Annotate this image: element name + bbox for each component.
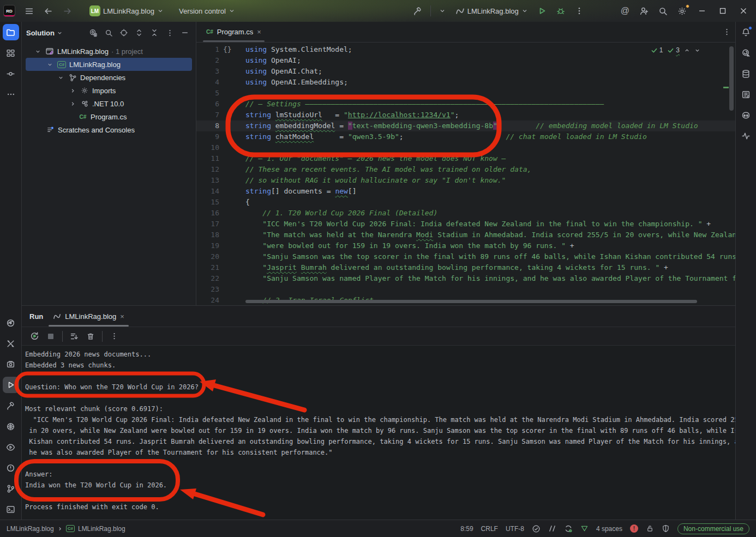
line-number[interactable]: 11: [196, 153, 219, 164]
code-line[interactable]: 5: [196, 88, 735, 99]
chevron-down-icon[interactable]: [57, 30, 63, 36]
line-number[interactable]: 17: [196, 219, 219, 230]
rerun-button[interactable]: [27, 329, 41, 343]
line-number[interactable]: 7: [196, 110, 219, 120]
line-number[interactable]: 1: [196, 44, 219, 55]
code-line[interactable]: 6// — Settings —————————————————————————…: [196, 99, 735, 110]
code-line[interactable]: 7string lmStudioUrl = "http://localhost:…: [196, 110, 735, 120]
close-tab-icon[interactable]: ×: [257, 28, 261, 36]
monitoring-stripe-button[interactable]: [738, 128, 754, 144]
chevron-right-icon[interactable]: [68, 88, 77, 94]
profiler-stripe-button[interactable]: [3, 439, 19, 455]
collapse-all-button[interactable]: [148, 26, 161, 39]
project-widget[interactable]: LM LMLinkRag.blog: [86, 3, 167, 19]
solution-view-selector[interactable]: Solution: [26, 29, 55, 37]
license-badge[interactable]: Non-commercial use: [677, 523, 749, 534]
code-line[interactable]: 20 "Sanju Samson was the top scorer in t…: [196, 251, 735, 262]
code-line[interactable]: 11// — 1. Our "documents" — 2026 news th…: [196, 153, 735, 164]
settings-button[interactable]: [674, 3, 691, 19]
code-line[interactable]: 17 "ICC Men's T20 World Cup 2026 Final: …: [196, 219, 735, 230]
solution-explorer-stripe-button[interactable]: [3, 24, 19, 40]
minimize-button[interactable]: [693, 2, 711, 20]
code-line[interactable]: 13// so without RAG it would hallucinate…: [196, 175, 735, 186]
copilot-stripe-button[interactable]: [738, 107, 754, 123]
code-line[interactable]: 4using OpenAI.Embeddings;: [196, 77, 735, 88]
search-button[interactable]: [102, 26, 115, 39]
line-separator[interactable]: CRLF: [481, 525, 498, 533]
expand-all-button[interactable]: [133, 26, 146, 39]
stop-button[interactable]: [44, 329, 58, 343]
tree-item-dependencies[interactable]: Dependencies: [26, 71, 192, 84]
main-menu-button[interactable]: [21, 3, 38, 19]
debug-stripe-button[interactable]: [3, 418, 19, 435]
forward-button[interactable]: [59, 3, 76, 19]
code-line[interactable]: 21 "Jasprit Bumrah delivered an outstand…: [196, 262, 735, 273]
search-everywhere-button[interactable]: [655, 3, 671, 19]
run-tab-lmlinkrag[interactable]: LMLinkRag.blog ×: [49, 306, 129, 327]
code-line[interactable]: 12// These are recent events. The AI mod…: [196, 164, 735, 175]
tools-stripe-button[interactable]: [3, 335, 19, 352]
ai-assistant-stripe-button[interactable]: [738, 45, 754, 61]
console-options-button[interactable]: [107, 329, 121, 343]
code-line[interactable]: 23: [196, 284, 735, 295]
run-button[interactable]: [534, 3, 550, 19]
chevron-right-icon[interactable]: [68, 101, 77, 107]
line-number[interactable]: 14: [196, 186, 219, 197]
dotnet-wave-icon[interactable]: [548, 524, 556, 533]
tree-item-dotnet[interactable]: .NET 10.0: [26, 97, 192, 110]
code-line[interactable]: 18 "The match was held at the Narendra M…: [196, 230, 735, 240]
line-number[interactable]: 2: [196, 55, 219, 66]
line-number[interactable]: 13: [196, 175, 219, 186]
breadcrumb-project[interactable]: LMLinkRag.blog: [78, 525, 125, 533]
build-stripe-button[interactable]: [3, 397, 19, 414]
code-editor[interactable]: 1 3 1{}using System.ClientModel;2using O…: [196, 43, 735, 305]
next-problem-icon[interactable]: [694, 47, 700, 53]
line-number[interactable]: 24: [196, 295, 219, 305]
line-number[interactable]: 15: [196, 197, 219, 208]
line-number[interactable]: 21: [196, 262, 219, 273]
line-number[interactable]: 8: [196, 120, 219, 131]
hide-panel-button[interactable]: [178, 26, 191, 39]
line-number[interactable]: 16: [196, 208, 219, 219]
close-button[interactable]: [734, 2, 753, 20]
code-line[interactable]: 16 // 1. T20 World Cup 2026 Final (Detai…: [196, 208, 735, 219]
terminal-stripe-button[interactable]: [3, 501, 19, 517]
chevron-down-icon[interactable]: [56, 75, 65, 81]
version-control-widget[interactable]: Version control: [175, 3, 239, 19]
line-number[interactable]: 9: [196, 131, 219, 142]
lock-icon[interactable]: [646, 524, 654, 533]
indent-setting[interactable]: 4 spaces: [596, 525, 622, 533]
line-number[interactable]: 19: [196, 240, 219, 251]
line-number[interactable]: 23: [196, 284, 219, 295]
code-with-me-button[interactable]: [635, 3, 652, 19]
more-tool-windows-button[interactable]: [3, 86, 19, 102]
problems-stripe-button[interactable]: [3, 460, 19, 476]
debug-button[interactable]: [553, 3, 569, 19]
sync-status-icon[interactable]: [564, 524, 573, 533]
panel-options-button[interactable]: [163, 26, 176, 39]
services-stripe-button[interactable]: [3, 356, 19, 372]
prev-problem-icon[interactable]: [684, 47, 690, 53]
tree-item-imports[interactable]: Imports: [26, 84, 192, 97]
editor-horizontal-scrollbar[interactable]: [245, 300, 697, 303]
editor-vertical-scrollbar[interactable]: [729, 46, 734, 111]
tree-item-solution[interactable]: LMLinkRag.blog · 1 project: [26, 45, 192, 58]
scroll-to-end-button[interactable]: [67, 329, 81, 343]
close-tab-icon[interactable]: ×: [120, 312, 124, 321]
line-number[interactable]: 10: [196, 142, 219, 153]
chevron-down-icon[interactable]: [33, 49, 42, 55]
code-line[interactable]: 2using OpenAI;: [196, 55, 735, 66]
clear-console-button[interactable]: [83, 329, 98, 343]
code-line[interactable]: 22 "Sanju Samson was named Player of the…: [196, 273, 735, 284]
locate-button[interactable]: [117, 26, 130, 39]
git-stripe-button[interactable]: [3, 480, 19, 497]
nuget-stripe-button[interactable]: [738, 86, 754, 102]
ai-assistant-button[interactable]: @: [617, 3, 633, 19]
inspection-widget[interactable]: 1 3: [651, 46, 700, 54]
line-number[interactable]: 22: [196, 273, 219, 284]
inspections-triangle-icon[interactable]: [580, 524, 589, 533]
code-line[interactable]: 19 "were bowled out for 159 in 19 overs.…: [196, 240, 735, 251]
select-opened-file-button[interactable]: [87, 26, 100, 39]
dotcover-stripe-button[interactable]: [3, 315, 19, 331]
caret-position[interactable]: 8:59: [460, 525, 473, 533]
